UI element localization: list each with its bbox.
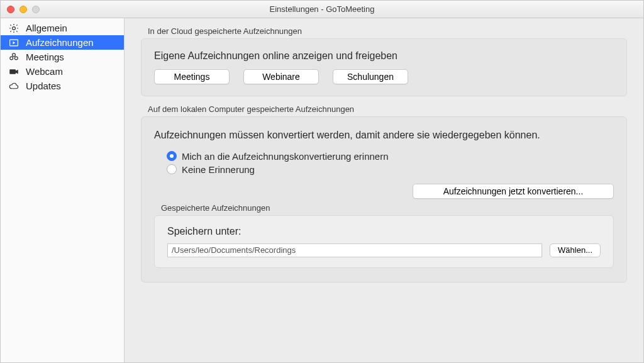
sidebar-item-recordings[interactable]: Aufzeichnungen bbox=[1, 35, 124, 50]
cloud-recordings-label: In der Cloud gespeicherte Aufzeichnungen bbox=[148, 26, 302, 36]
sidebar-item-webcam[interactable]: Webcam bbox=[1, 64, 124, 79]
saved-recordings-subgroup: Gespeicherte Aufzeichnungen Speichern un… bbox=[154, 215, 614, 268]
sidebar-item-label: Updates bbox=[26, 81, 61, 91]
radio-no-remind-label: Keine Erinnerung bbox=[182, 164, 255, 175]
save-path-input[interactable] bbox=[167, 243, 542, 257]
save-as-label: Speichern unter: bbox=[167, 226, 601, 237]
radio-indicator bbox=[167, 164, 177, 174]
cloud-buttons-row: Meetings Webinare Schulungen bbox=[154, 69, 614, 84]
titlebar: Einstellungen - GoToMeeting bbox=[1, 1, 643, 18]
save-row: Wählen... bbox=[167, 243, 601, 257]
record-icon bbox=[8, 37, 19, 48]
choose-button[interactable]: Wählen... bbox=[550, 243, 601, 257]
sidebar-item-label: Allgemein bbox=[26, 23, 67, 33]
preferences-window: Einstellungen - GoToMeeting Allgemein Au… bbox=[0, 0, 644, 363]
convert-now-row: Aufzeichnungen jetzt konvertieren... bbox=[154, 184, 614, 199]
camera-icon bbox=[8, 66, 19, 77]
saved-recordings-label: Gespeicherte Aufzeichnungen bbox=[161, 203, 270, 213]
traffic-lights bbox=[1, 6, 40, 13]
sidebar-item-meetings[interactable]: Meetings bbox=[1, 50, 124, 64]
local-recordings-label: Auf dem lokalen Computer gespeicherte Au… bbox=[148, 104, 354, 114]
svg-marker-7 bbox=[16, 69, 18, 74]
content-pane: In der Cloud gespeicherte Aufzeichnungen… bbox=[125, 18, 643, 362]
sidebar-item-label: Meetings bbox=[26, 52, 64, 62]
svg-rect-6 bbox=[9, 69, 16, 74]
zoom-button[interactable] bbox=[32, 6, 40, 13]
webinars-button[interactable]: Webinare bbox=[243, 69, 319, 84]
sidebar-item-label: Webcam bbox=[26, 66, 63, 77]
radio-remind-label: Mich an die Aufzeichnungskonvertierung e… bbox=[182, 151, 389, 162]
reminder-radios: Mich an die Aufzeichnungskonvertierung e… bbox=[154, 151, 614, 175]
window-title: Einstellungen - GoToMeeting bbox=[1, 4, 643, 14]
radio-indicator bbox=[167, 151, 177, 161]
radio-no-remind[interactable]: Keine Erinnerung bbox=[167, 164, 614, 175]
trainings-button[interactable]: Schulungen bbox=[333, 69, 408, 84]
sidebar-item-label: Aufzeichnungen bbox=[26, 37, 94, 48]
cloud-recordings-heading: Eigene Aufzeichnungen online anzeigen un… bbox=[154, 50, 614, 62]
sidebar-item-general[interactable]: Allgemein bbox=[1, 21, 124, 35]
convert-now-button[interactable]: Aufzeichnungen jetzt konvertieren... bbox=[413, 184, 614, 199]
meetings-button[interactable]: Meetings bbox=[154, 69, 230, 84]
minimize-button[interactable] bbox=[19, 6, 27, 13]
radio-remind[interactable]: Mich an die Aufzeichnungskonvertierung e… bbox=[167, 151, 614, 162]
svg-point-5 bbox=[14, 57, 18, 60]
local-recordings-group: Auf dem lokalen Computer gespeicherte Au… bbox=[141, 116, 627, 282]
svg-point-3 bbox=[13, 53, 16, 56]
convert-explainer: Aufzeichnungen müssen konvertiert werden… bbox=[154, 128, 614, 142]
cloud-icon bbox=[8, 81, 19, 92]
flower-icon bbox=[8, 52, 19, 63]
svg-point-4 bbox=[10, 57, 13, 60]
svg-marker-2 bbox=[13, 41, 16, 44]
sidebar: Allgemein Aufzeichnungen Meetings Webcam bbox=[1, 18, 125, 362]
sidebar-item-updates[interactable]: Updates bbox=[1, 79, 124, 93]
gear-icon bbox=[8, 23, 19, 34]
window-body: Allgemein Aufzeichnungen Meetings Webcam bbox=[1, 18, 643, 362]
cloud-recordings-group: In der Cloud gespeicherte Aufzeichnungen… bbox=[141, 38, 627, 96]
svg-point-0 bbox=[13, 26, 16, 30]
close-button[interactable] bbox=[7, 6, 14, 13]
